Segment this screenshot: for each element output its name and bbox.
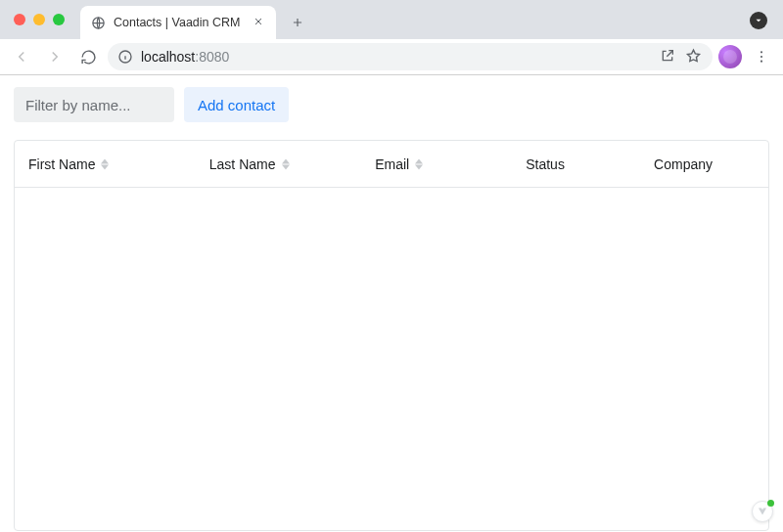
column-company[interactable]: Company (640, 156, 768, 172)
filter-input[interactable] (14, 87, 174, 122)
profile-avatar[interactable] (718, 45, 742, 68)
column-label: Company (654, 156, 713, 172)
column-status[interactable]: Status (512, 156, 640, 172)
address-row: localhost:8080 (0, 39, 783, 74)
vaadin-dev-badge[interactable] (752, 501, 773, 522)
toolbar: Add contact (14, 87, 769, 122)
site-info-icon[interactable] (117, 49, 133, 65)
browser-menu-button[interactable] (748, 43, 775, 70)
column-label: First Name (28, 156, 95, 172)
page-content: Add contact First Name Last Name Email (0, 75, 783, 532)
maximize-window-icon[interactable] (53, 14, 65, 25)
grid-header: First Name Last Name Email (15, 141, 768, 188)
url-text: localhost:8080 (141, 49, 229, 65)
tab-strip: Contacts | Vaadin CRM (0, 0, 783, 39)
svg-point-2 (760, 51, 762, 53)
column-email[interactable]: Email (361, 156, 512, 172)
close-window-icon[interactable] (14, 14, 25, 25)
reload-button[interactable] (74, 43, 102, 70)
tab-title: Contacts | Vaadin CRM (114, 16, 245, 29)
window-controls (14, 14, 65, 25)
sort-icon[interactable] (101, 158, 109, 170)
back-button[interactable] (8, 43, 35, 70)
column-last-name[interactable]: Last Name (196, 156, 361, 172)
column-label: Status (526, 156, 565, 172)
globe-icon (90, 15, 106, 30)
browser-chrome: Contacts | Vaadin CRM localhost:8080 (0, 0, 783, 75)
add-contact-button[interactable]: Add contact (184, 87, 289, 122)
sort-icon[interactable] (415, 158, 423, 170)
svg-point-3 (760, 56, 762, 58)
address-bar[interactable]: localhost:8080 (108, 43, 713, 70)
star-icon[interactable] (685, 48, 703, 66)
new-tab-button[interactable] (284, 9, 311, 36)
tab-overflow-icon[interactable] (750, 12, 767, 29)
open-external-icon[interactable] (660, 48, 677, 66)
column-first-name[interactable]: First Name (15, 156, 196, 172)
minimize-window-icon[interactable] (33, 14, 45, 25)
browser-tab[interactable]: Contacts | Vaadin CRM (80, 6, 276, 39)
forward-button[interactable] (41, 43, 69, 70)
sort-icon[interactable] (282, 158, 290, 170)
column-label: Email (375, 156, 409, 172)
close-tab-icon[interactable] (253, 16, 266, 29)
contacts-grid: First Name Last Name Email (14, 140, 769, 531)
svg-point-4 (760, 61, 762, 63)
column-label: Last Name (209, 156, 276, 172)
